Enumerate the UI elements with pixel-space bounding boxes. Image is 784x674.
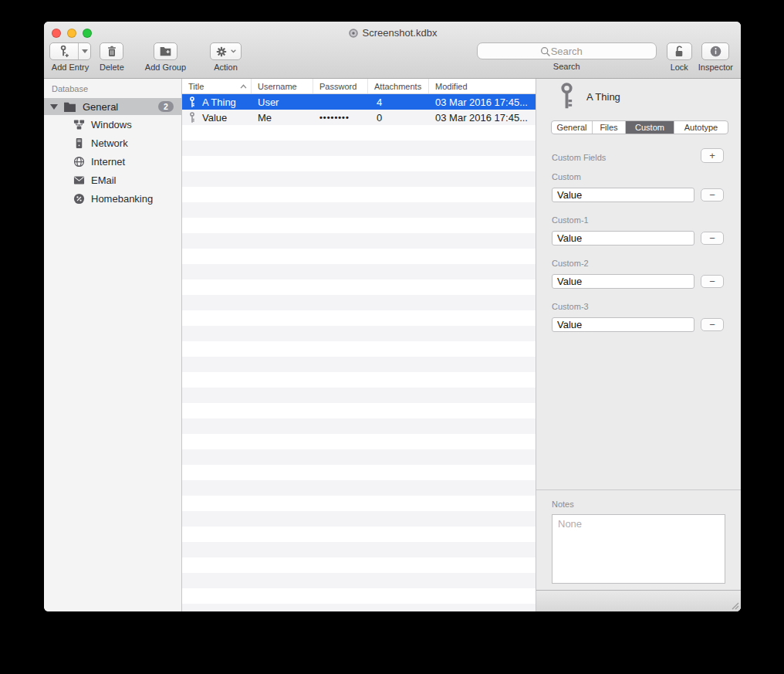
- inspector-entry-title: A Thing: [586, 91, 620, 103]
- sidebar-group-general[interactable]: General 2: [44, 98, 181, 115]
- window-title-area: Screenshot.kdbx: [44, 27, 741, 39]
- trash-icon: [106, 45, 118, 58]
- lock-group: Lock: [667, 42, 692, 72]
- delete-button[interactable]: [100, 42, 123, 60]
- add-group-label: Add Group: [145, 63, 186, 72]
- toolbar: Add Entry Delete: [49, 42, 733, 78]
- custom-field-label: Custom-1: [552, 215, 589, 225]
- search-field[interactable]: [477, 42, 657, 59]
- inspector-header: A Thing: [556, 83, 620, 110]
- notes-textarea[interactable]: [552, 514, 725, 584]
- add-entry-group: Add Entry: [49, 42, 91, 72]
- entry-key-icon: [556, 83, 577, 110]
- tab-files[interactable]: Files: [592, 121, 625, 134]
- lock-label: Lock: [671, 63, 688, 72]
- search-input[interactable]: [478, 43, 656, 59]
- folder-plus-icon: [159, 46, 172, 57]
- sidebar-item-label: Windows: [91, 119, 132, 130]
- sidebar-item-label: Network: [91, 137, 128, 149]
- column-header-modified-label: Modified: [435, 82, 468, 91]
- sort-ascending-icon: [240, 84, 247, 89]
- column-header-password[interactable]: Password: [313, 79, 368, 93]
- search-group: Search: [477, 42, 657, 71]
- disclosure-triangle-icon[interactable]: [50, 104, 58, 110]
- sidebar-group-email[interactable]: EMail: [44, 171, 181, 189]
- column-header-username[interactable]: Username: [252, 79, 313, 93]
- entry-password: ••••••••: [313, 113, 368, 122]
- remove-custom-field-button[interactable]: −: [701, 232, 724, 245]
- sidebar: Database General 2 Windows: [44, 79, 182, 611]
- dropdown-arrow-icon: [82, 49, 88, 53]
- tab-general[interactable]: General: [552, 121, 592, 134]
- globe-icon: [73, 156, 85, 168]
- envelope-icon: [73, 174, 85, 186]
- column-header-password-label: Password: [319, 82, 357, 91]
- tab-autotype[interactable]: Autotype: [674, 121, 728, 134]
- remove-custom-field-button[interactable]: −: [701, 318, 724, 331]
- entry-rows: A Thing User 4 03 Mar 2016 17:45...: [182, 94, 536, 611]
- column-header-attachments[interactable]: Attachments: [368, 79, 429, 93]
- inspector-panel: A Thing General Files Custom Autotype Cu…: [536, 79, 741, 611]
- key-icon: [188, 112, 197, 124]
- content-area: Database General 2 Windows: [44, 79, 741, 611]
- remove-custom-field-button[interactable]: −: [701, 188, 724, 202]
- entry-modified: 03 Mar 2016 17:45...: [429, 97, 536, 108]
- column-header-modified[interactable]: Modified: [429, 79, 536, 93]
- tab-autotype-label: Autotype: [684, 123, 718, 132]
- minus-icon: −: [709, 319, 715, 331]
- add-group-button[interactable]: [154, 42, 177, 60]
- percent-icon: [73, 193, 85, 205]
- add-group-group: Add Group: [145, 42, 186, 72]
- notes-section-divider: [536, 489, 741, 490]
- tab-general-label: General: [556, 123, 586, 132]
- sidebar-group-windows[interactable]: Windows: [44, 115, 181, 134]
- folder-icon: [63, 101, 76, 113]
- column-header-attachments-label: Attachments: [374, 82, 421, 91]
- entry-title: Value: [202, 112, 227, 124]
- sidebar-group-network[interactable]: Network: [44, 134, 181, 152]
- entry-attachments: 4: [368, 97, 429, 108]
- inspector-label: Inspector: [698, 63, 733, 72]
- remove-custom-field-button[interactable]: −: [701, 275, 724, 288]
- entry-attachments: 0: [368, 112, 429, 124]
- entry-row-a-thing[interactable]: A Thing User 4 03 Mar 2016 17:45...: [182, 94, 536, 110]
- custom-field-input[interactable]: [552, 188, 694, 202]
- lock-button[interactable]: [667, 42, 692, 60]
- action-button[interactable]: [210, 42, 242, 60]
- inspector-toggle-button[interactable]: [701, 42, 729, 60]
- sidebar-group-label: General: [83, 101, 118, 113]
- info-icon: [709, 45, 722, 58]
- custom-field-input[interactable]: [552, 317, 694, 332]
- inspector-group: Inspector: [698, 42, 733, 72]
- custom-field-input[interactable]: [552, 231, 694, 246]
- entry-count-badge: 2: [158, 101, 174, 112]
- custom-field-input[interactable]: [552, 274, 694, 289]
- server-icon: [73, 137, 85, 149]
- entry-modified: 03 Mar 2016 17:45...: [429, 112, 536, 124]
- add-custom-field-button[interactable]: +: [701, 148, 724, 163]
- minus-icon: −: [709, 189, 715, 202]
- app-window: Screenshot.kdbx: [44, 22, 741, 611]
- column-header-title[interactable]: Title: [182, 79, 252, 93]
- chevron-down-icon: [231, 49, 236, 53]
- sidebar-group-homebanking[interactable]: Homebanking: [44, 189, 181, 208]
- sidebar-group-internet[interactable]: Internet: [44, 152, 181, 171]
- add-entry-button[interactable]: [49, 42, 91, 60]
- column-header-title-label: Title: [188, 82, 204, 91]
- plus-icon: +: [709, 150, 715, 162]
- add-entry-main-segment[interactable]: [50, 43, 78, 59]
- sidebar-item-label: Internet: [91, 156, 125, 168]
- minus-icon: −: [709, 276, 715, 288]
- tab-custom[interactable]: Custom: [625, 121, 674, 134]
- windows-network-icon: [73, 119, 85, 130]
- delete-group: Delete: [100, 42, 124, 72]
- key-icon: [188, 97, 197, 108]
- resize-grip[interactable]: [730, 601, 739, 610]
- tab-custom-label: Custom: [635, 123, 664, 132]
- key-plus-icon: [58, 45, 71, 58]
- add-entry-dropdown-segment[interactable]: [78, 43, 90, 59]
- gear-icon: [215, 46, 228, 58]
- custom-field-label: Custom: [552, 172, 581, 181]
- entry-row-value[interactable]: Value Me •••••••• 0 03 Mar 2016 17:45...: [182, 110, 536, 125]
- document-proxy-icon: [348, 28, 359, 39]
